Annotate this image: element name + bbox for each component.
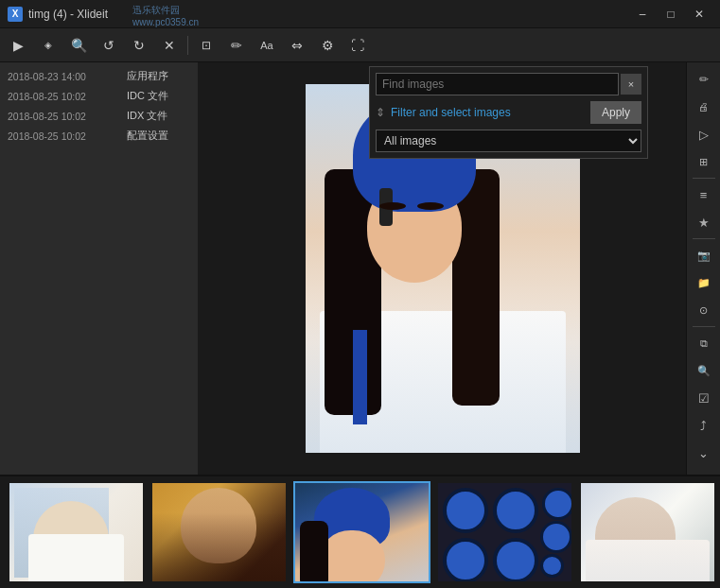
right-slideshow-button[interactable]: ▷ xyxy=(690,121,718,147)
rotate-right-button[interactable]: ↻ xyxy=(125,32,153,59)
file-name: IDC 文件 xyxy=(127,89,168,103)
right-lens-button[interactable]: ⊙ xyxy=(690,297,718,323)
fullscreen-button[interactable]: ⛶ xyxy=(343,32,372,59)
play-button[interactable]: ▶ xyxy=(4,32,32,59)
right-camera-button[interactable]: 📷 xyxy=(690,242,718,268)
file-date: 2018-08-23 14:00 xyxy=(8,71,121,82)
right-sidebar-separator-2 xyxy=(693,238,715,239)
maximize-button[interactable]: □ xyxy=(658,5,684,24)
search-popup-header: × xyxy=(376,73,641,95)
right-star-button[interactable]: ★ xyxy=(690,209,718,235)
main-toolbar: ▶ ◈ 🔍 ↺ ↻ ✕ ⊡ ✏ Aa ⇔ ⚙ ⛶ xyxy=(0,28,720,62)
right-sidebar-separator-3 xyxy=(693,326,715,327)
title-bar-controls: – □ ✕ xyxy=(629,5,712,24)
filter-select-container: All images JPEG PNG BMP xyxy=(376,130,641,152)
settings-button[interactable]: ⚙ xyxy=(313,32,342,59)
toolbar-separator-1 xyxy=(187,36,188,55)
thumbnail-1[interactable] xyxy=(8,481,145,583)
search-button[interactable]: 🔍 xyxy=(64,32,93,59)
right-folder-button[interactable]: 📁 xyxy=(690,269,718,296)
filter-row: ⇕ Filter and select images Apply xyxy=(376,101,641,124)
file-name: IDX 文件 xyxy=(127,109,167,123)
file-date: 2018-08-25 10:02 xyxy=(8,91,121,102)
watermark: 迅乐软件园www.pc0359.cn xyxy=(132,4,199,28)
crop-button[interactable]: ⊡ xyxy=(192,32,220,59)
thumbnail-3[interactable] xyxy=(293,481,430,583)
file-date: 2018-08-25 10:02 xyxy=(8,130,121,142)
right-print-button[interactable]: 🖨 xyxy=(690,94,718,120)
right-check-button[interactable]: ☑ xyxy=(690,385,718,411)
right-image-button[interactable]: ⊞ xyxy=(690,148,718,175)
thumbnail-5[interactable] xyxy=(579,481,716,583)
sidebar-right: ✏ 🖨 ▷ ⊞ ≡ ★ 📷 📁 ⊙ ⧉ 🔍 ☑ ⤴ ⌄ xyxy=(686,62,720,475)
app-icon: X xyxy=(8,7,23,22)
minimize-button[interactable]: – xyxy=(629,5,656,24)
image-area: × ⇕ Filter and select images Apply All i… xyxy=(199,62,686,475)
sidebar-left: 2018-08-23 14:00 应用程序 2018-08-25 10:02 I… xyxy=(0,62,199,475)
right-more-button[interactable]: ⌄ xyxy=(690,440,718,466)
file-name: 配置设置 xyxy=(127,129,168,143)
search-popup-close-button[interactable]: × xyxy=(621,74,641,95)
list-item: 2018-08-25 10:02 IDX 文件 xyxy=(0,106,198,126)
list-item: 2018-08-25 10:02 IDC 文件 xyxy=(0,86,198,106)
find-images-input[interactable] xyxy=(376,73,619,95)
title-bar: X timg (4) - Xlideit 迅乐软件园www.pc0359.cn … xyxy=(0,0,720,28)
right-list-button[interactable]: ≡ xyxy=(690,182,718,208)
window-title: timg (4) - Xlideit xyxy=(28,8,108,21)
title-bar-left: X timg (4) - Xlideit xyxy=(8,7,108,22)
file-date: 2018-08-25 10:02 xyxy=(8,111,121,122)
right-sidebar-separator-1 xyxy=(693,178,715,179)
filter-label: Filter and select images xyxy=(391,106,511,119)
thumbnail-strip xyxy=(0,475,720,588)
right-copy-button[interactable]: ⧉ xyxy=(690,330,718,356)
thumbnail-4[interactable] xyxy=(436,481,573,583)
rotate-left-button[interactable]: ↺ xyxy=(95,32,123,59)
right-edit-button[interactable]: ✏ xyxy=(690,66,718,93)
right-search-button[interactable]: 🔍 xyxy=(690,357,718,384)
filter-select[interactable]: All images JPEG PNG BMP xyxy=(376,130,641,152)
list-item: 2018-08-25 10:02 配置设置 xyxy=(0,126,198,146)
right-export-button[interactable]: ⤴ xyxy=(690,412,718,439)
nav-button[interactable]: ◈ xyxy=(34,32,62,59)
file-name: 应用程序 xyxy=(127,69,168,83)
thumbnail-2[interactable] xyxy=(150,481,288,583)
close-image-button[interactable]: ✕ xyxy=(155,32,184,59)
list-item: 2018-08-23 14:00 应用程序 xyxy=(0,66,198,86)
edit-button[interactable]: ✏ xyxy=(222,32,251,59)
search-popup: × ⇕ Filter and select images Apply All i… xyxy=(369,66,648,159)
filter-arrows-icon: ⇕ xyxy=(376,106,385,119)
apply-button[interactable]: Apply xyxy=(590,101,641,124)
flip-button[interactable]: ⇔ xyxy=(283,32,311,59)
close-button[interactable]: ✕ xyxy=(686,5,712,24)
main-layout: 2018-08-23 14:00 应用程序 2018-08-25 10:02 I… xyxy=(0,62,720,475)
text-button[interactable]: Aa xyxy=(253,32,281,59)
